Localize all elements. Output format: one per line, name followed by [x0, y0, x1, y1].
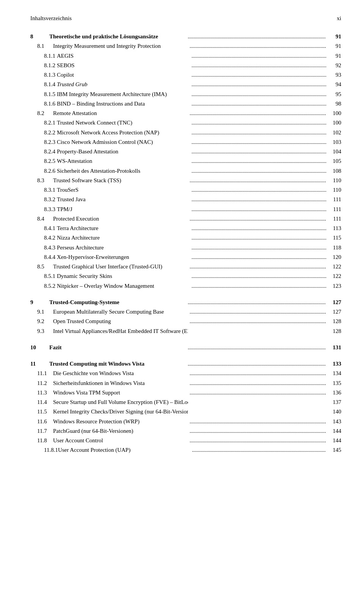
toc-page: 140 — [326, 407, 341, 416]
toc-label: Property-Based Attestation — [57, 147, 190, 156]
toc-dots: ........................................… — [190, 71, 326, 79]
toc-number: 8.1.3 — [30, 71, 57, 79]
toc-page: 123 — [326, 282, 341, 290]
toc-dots: ........................................… — [190, 138, 326, 147]
toc-row: 8.4.2Nizza Architecture ................… — [30, 233, 341, 242]
toc-label: Nitpicker – Overlay Window Management — [57, 282, 190, 290]
toc-row: 9.1European Multilaterally Secure Comput… — [30, 308, 341, 316]
toc-row: 8.2.6Sicherheit des Attestation-Protokol… — [30, 167, 341, 175]
toc-page: 120 — [326, 253, 341, 262]
toc-row: 8.3.2Trusted Java ......................… — [30, 195, 341, 204]
toc-label: Sicherheit des Attestation-Protokolls — [57, 167, 190, 175]
toc-row: 8.2.5WS-Attestation ....................… — [30, 157, 341, 166]
toc-number: 8.2.6 — [30, 167, 57, 175]
toc-number: 9 — [30, 298, 49, 307]
toc-number: 10 — [30, 343, 49, 352]
toc-page: 128 — [326, 317, 341, 326]
toc-dots: ........................................… — [188, 427, 326, 435]
toc-dots: ........................................… — [190, 118, 326, 127]
toc-number: 9.3 — [30, 327, 53, 336]
toc-number: 8.2.4 — [30, 147, 57, 156]
toc-number: 11.3 — [30, 388, 53, 397]
toc-label: Fazit — [49, 343, 186, 352]
toc-label: Nizza Architecture — [57, 233, 190, 242]
toc-row: 11.7PatchGuard (nur 64-Bit-Versionen) ..… — [30, 427, 341, 435]
toc-label: Perseus Architecture — [57, 243, 190, 252]
toc-dots: ........................................… — [188, 262, 326, 271]
toc-label: Cisco Network Admission Control (NAC) — [57, 138, 190, 147]
toc-number: 8.3.3 — [30, 205, 57, 214]
toc-page: 115 — [326, 233, 341, 242]
toc-dots: ........................................… — [190, 446, 326, 454]
toc-row: 11Trusted Computing mit Windows Vista ..… — [30, 360, 341, 368]
toc-page: 94 — [326, 80, 341, 89]
toc-page: 111 — [326, 205, 341, 214]
toc-number: 8.5 — [30, 262, 53, 271]
toc-dots: ........................................… — [190, 243, 326, 252]
toc-row: 8.5.2Nitpicker – Overlay Window Manageme… — [30, 282, 341, 290]
toc-page: 135 — [326, 379, 341, 388]
toc-row: 11.5Kernel Integrity Checks/Driver Signi… — [30, 407, 341, 416]
toc-number: 8.2.5 — [30, 157, 57, 166]
toc-row: 11.3Windows Vista TPM Support ..........… — [30, 388, 341, 397]
toc-dots: ........................................… — [188, 176, 326, 185]
toc-dots: ........................................… — [190, 233, 326, 242]
toc-page: 131 — [326, 343, 341, 352]
toc-number: 8.3.1 — [30, 186, 57, 194]
toc-label: Theoretische und praktische Lösungsansät… — [49, 32, 186, 41]
toc-page: 110 — [326, 176, 341, 185]
toc-container: 8Theoretische und praktische Lösungsansä… — [30, 32, 341, 455]
toc-page: 144 — [326, 427, 341, 435]
toc-label: Sicherheitsfunktionen in Windows Vista — [53, 379, 188, 388]
toc-label: Windows Vista TPM Support — [53, 388, 188, 397]
toc-page: 118 — [326, 243, 341, 252]
toc-number: 8.4 — [30, 215, 53, 223]
spacer — [30, 336, 341, 343]
toc-row: 8.2Remote Attestation ..................… — [30, 109, 341, 118]
toc-label: Trusted Computing mit Windows Vista — [49, 360, 186, 368]
toc-dots: ........................................… — [190, 253, 326, 262]
toc-label: Copilot — [57, 71, 190, 79]
toc-label: Trusted Graphical User Interface (Truste… — [53, 262, 188, 271]
toc-page: 93 — [326, 71, 341, 79]
toc-dots: ........................................… — [186, 360, 326, 368]
toc-page: 136 — [326, 388, 341, 397]
toc-page: 91 — [326, 42, 341, 50]
toc-row: 9Trusted-Computing-Systeme .............… — [30, 298, 341, 307]
toc-page: 127 — [326, 298, 341, 307]
toc-label: Integrity Measurement und Integrity Prot… — [53, 42, 188, 50]
toc-label: Open Trusted Computing — [53, 317, 188, 326]
toc-page: 103 — [326, 138, 341, 147]
toc-page: 111 — [326, 195, 341, 204]
toc-number: 8.5.2 — [30, 282, 57, 290]
toc-page: 98 — [326, 99, 341, 108]
toc-dots: ........................................… — [190, 147, 326, 156]
toc-number: 11.8.1 — [30, 446, 58, 454]
toc-number: 11.5 — [30, 407, 53, 416]
toc-number: 11.2 — [30, 379, 53, 388]
toc-row: 8.1.4Trusted Grub ......................… — [30, 80, 341, 89]
toc-page: 145 — [326, 446, 341, 454]
toc-label: IBM Integrity Measurement Architecture (… — [57, 90, 190, 99]
toc-row: 11.6Windows Resource Protection (WRP) ..… — [30, 417, 341, 426]
toc-label: TrouSerS — [57, 186, 190, 194]
toc-label: User Account Protection (UAP) — [58, 446, 191, 454]
toc-number: 8.1.6 — [30, 99, 57, 108]
toc-number: 8.4.3 — [30, 243, 57, 252]
toc-page: 102 — [326, 128, 341, 137]
toc-label: WS-Attestation — [57, 157, 190, 166]
toc-number: 8.1.1 — [30, 52, 57, 60]
toc-row: 8.4.4Xen-Hypervisor-Erweiterungen ......… — [30, 253, 341, 262]
toc-number: 8.3 — [30, 176, 53, 185]
toc-page: 128 — [326, 327, 341, 336]
toc-label: Protected Execution — [53, 215, 188, 223]
toc-label: European Multilaterally Secure Computing… — [53, 308, 188, 316]
toc-row: 8.4.3Perseus Architecture ..............… — [30, 243, 341, 252]
toc-page: 100 — [326, 109, 341, 118]
toc-number: 8.1 — [30, 42, 53, 50]
toc-page: 111 — [326, 215, 341, 223]
toc-dots: ........................................… — [190, 272, 326, 281]
toc-page: 122 — [326, 272, 341, 281]
toc-row: 11.1Die Geschichte von Windows Vista ...… — [30, 369, 341, 378]
toc-page: 105 — [326, 157, 341, 166]
